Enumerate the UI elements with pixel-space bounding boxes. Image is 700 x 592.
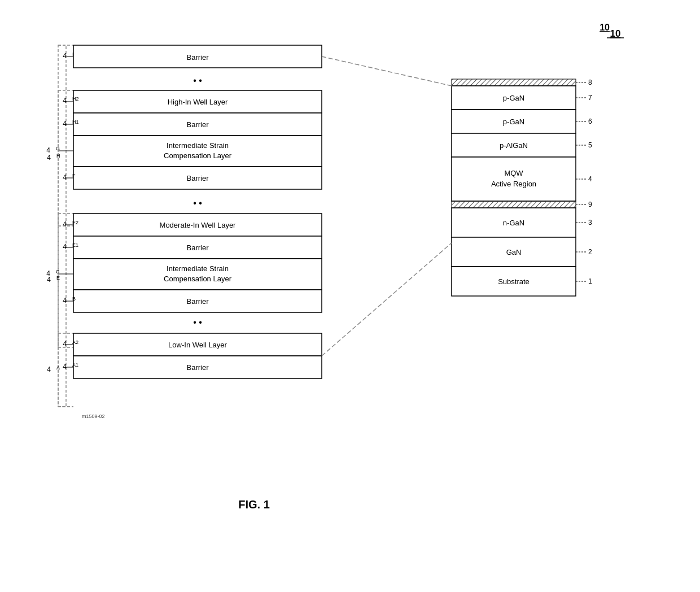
svg-rect-43 (452, 157, 576, 201)
layer-right-6-text: p-GaN (503, 117, 524, 126)
diagram-svg: Barrier 4 I • • 4 H High-In Well Layer 4… (0, 0, 700, 554)
layer-right-1-text: Substrate (498, 277, 530, 286)
svg-rect-45 (452, 201, 576, 208)
label-4E-sub: E (56, 275, 60, 281)
label-4E2: 4 (63, 220, 67, 228)
layer-4A1-text: Barrier (186, 363, 209, 372)
layer-4G-text-2: Compensation Layer (164, 151, 232, 160)
layer-4B-text: Barrier (186, 297, 209, 306)
svg-rect-35 (452, 79, 576, 86)
label-right-3: 3 (588, 219, 592, 227)
label-4H2: 4 (63, 97, 67, 105)
label-4C: 4 (46, 269, 50, 277)
label-right-5: 5 (588, 141, 592, 149)
label-4B: 4 (63, 297, 67, 304)
layer-4C-text-2: Compensation Layer (164, 275, 232, 283)
layer-4G-text-1: Intermediate Strain (167, 141, 229, 150)
layer-right-4-text-1: MQW (504, 169, 523, 177)
layer-4I-text: Barrier (186, 53, 209, 62)
label-4I: 4 (63, 52, 67, 60)
dots-2: • • (193, 198, 202, 208)
label-right-2: 2 (588, 248, 592, 256)
layer-4C-text-1: Intermediate Strain (167, 264, 229, 273)
figure-caption: FIG. 1 (238, 498, 270, 511)
layer-right-5-text: p-AlGaN (500, 141, 528, 150)
label-right-6: 6 (588, 117, 592, 125)
layer-4H2-text: High-In Well Layer (168, 98, 228, 106)
dots-3: • • (193, 317, 202, 327)
label-4A-sub: A (56, 365, 60, 371)
watermark-text: m1509-02 (82, 413, 105, 419)
label-right-1: 1 (588, 277, 592, 285)
label-right-9: 9 (588, 201, 592, 208)
layer-4E1-text: Barrier (186, 243, 209, 252)
label-4H2-sub: H2 (72, 96, 79, 102)
label-right-8: 8 (588, 79, 592, 86)
label-right-4: 4 (588, 175, 592, 183)
layer-right-2-text: GaN (506, 248, 522, 256)
layer-4A2-text: Low-In Well Layer (168, 341, 227, 349)
layer-right-4-text-2: Active Region (491, 180, 536, 188)
label-4H1: 4 (63, 120, 67, 128)
layer-4H1-text: Barrier (186, 120, 209, 129)
layer-right-3-text: n-GaN (503, 219, 524, 227)
label-4A1: 4 (63, 363, 67, 371)
fig-number-label: 10 (610, 28, 621, 39)
label-4A2: 4 (63, 340, 67, 348)
label-4E1: 4 (63, 243, 67, 251)
label-right-7: 7 (588, 94, 592, 102)
label-4G: 4 (46, 146, 50, 154)
label-4H: 4 (47, 154, 51, 162)
layer-4F-text: Barrier (186, 174, 209, 182)
label-4F: 4 (63, 173, 67, 181)
layer-4E2-text: Moderate-In Well Layer (160, 221, 237, 229)
label-4A: 4 (47, 365, 51, 373)
svg-line-54 (322, 243, 452, 356)
svg-line-53 (322, 56, 452, 86)
dots-1: • • (193, 76, 202, 85)
layer-right-7-text: p-GaN (503, 94, 524, 102)
label-4H-sub: H (56, 153, 60, 159)
